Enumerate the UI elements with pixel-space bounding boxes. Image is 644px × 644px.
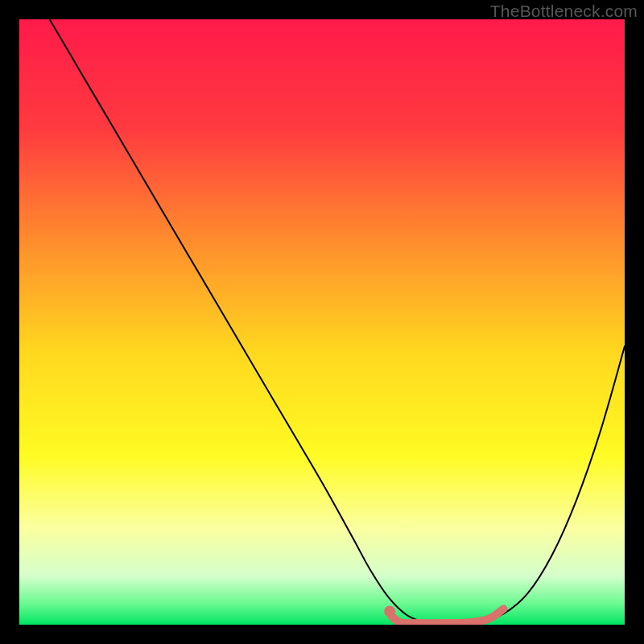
chart-plot-area (19, 19, 625, 625)
chart-frame: TheBottleneck.com (0, 0, 644, 644)
gradient-background (19, 19, 625, 625)
attribution-text: TheBottleneck.com (490, 2, 638, 21)
highlight-start-dot (384, 605, 395, 617)
chart-svg (19, 19, 625, 625)
